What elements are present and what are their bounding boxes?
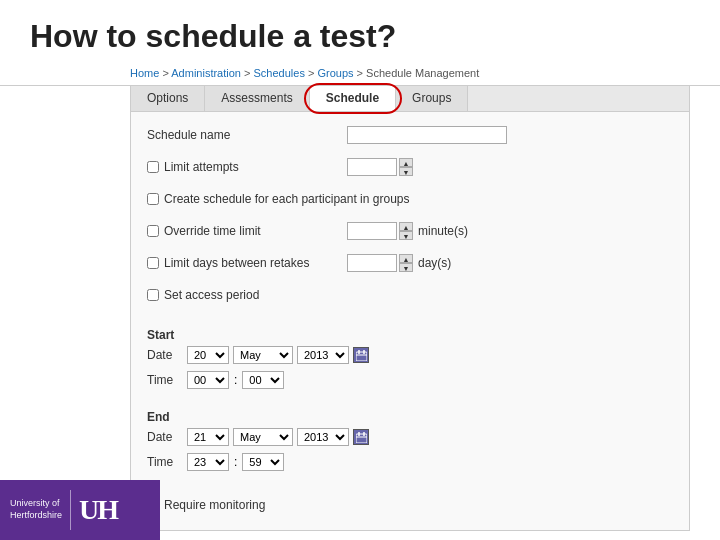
svg-rect-0 [356, 352, 367, 361]
tab-schedule[interactable]: Schedule [310, 86, 396, 111]
tab-options[interactable]: Options [131, 86, 205, 111]
schedule-name-input[interactable] [347, 126, 507, 144]
end-day-select[interactable]: 21 [187, 428, 229, 446]
page-title: How to schedule a test? [0, 0, 720, 63]
end-heading: End [147, 410, 673, 424]
limit-attempts-label: Limit attempts [147, 160, 347, 174]
start-time-label: Time [147, 373, 183, 387]
override-time-label: Override time limit [147, 224, 347, 238]
override-time-checkbox[interactable] [147, 225, 159, 237]
end-section: End Date 21 May 2013 [131, 410, 689, 488]
end-date-label: Date [147, 430, 183, 444]
logo-text-block: University of Hertfordshire [10, 498, 62, 521]
schedule-name-label: Schedule name [147, 128, 347, 142]
minutes-label: minute(s) [418, 224, 468, 238]
tabs-row: Options Assessments Schedule Groups [131, 86, 689, 112]
start-time-row: Time 00 : 00 [147, 371, 673, 389]
days-label: day(s) [418, 256, 451, 270]
end-time-colon: : [233, 455, 238, 469]
breadcrumb-groups[interactable]: Groups [317, 67, 353, 79]
start-minute-select[interactable]: 00 [242, 371, 284, 389]
set-access-row: Set access period [147, 284, 673, 306]
location-label: Hertfordshire [10, 510, 62, 522]
set-access-label: Set access period [147, 288, 347, 302]
start-date-row: Date 20 May 2013 [147, 346, 673, 364]
breadcrumb-current: Schedule Management [366, 67, 479, 79]
end-time-label: Time [147, 455, 183, 469]
override-time-row: Override time limit ▲ ▼ minute(s) [147, 220, 673, 242]
start-calendar-icon[interactable] [353, 347, 369, 363]
require-monitoring-label: Require monitoring [147, 498, 347, 512]
main-panel: Options Assessments Schedule Groups Sche… [130, 86, 690, 531]
logo-divider [70, 490, 71, 530]
limit-days-checkbox[interactable] [147, 257, 159, 269]
limit-attempts-up[interactable]: ▲ [399, 158, 413, 167]
limit-attempts-input[interactable] [347, 158, 397, 176]
logo-bar: University of Hertfordshire UH [0, 480, 160, 540]
start-month-select[interactable]: May [233, 346, 293, 364]
override-time-down[interactable]: ▼ [399, 231, 413, 240]
override-time-spinner: ▲ ▼ [399, 222, 413, 240]
form-section: Schedule name Limit attempts ▲ ▼ Create … [131, 112, 689, 328]
breadcrumb-home[interactable]: Home [130, 67, 159, 79]
university-label: University of [10, 498, 62, 510]
breadcrumb-schedules[interactable]: Schedules [254, 67, 305, 79]
schedule-name-row: Schedule name [147, 124, 673, 146]
require-monitoring-row: Require monitoring [131, 488, 689, 530]
start-section: Start Date 20 May 2013 [131, 328, 689, 406]
limit-days-input[interactable] [347, 254, 397, 272]
start-hour-select[interactable]: 00 [187, 371, 229, 389]
limit-attempts-spinner: ▲ ▼ [399, 158, 413, 176]
start-date-label: Date [147, 348, 183, 362]
start-day-select[interactable]: 20 [187, 346, 229, 364]
start-time-colon: : [233, 373, 238, 387]
logo-initials: UH [79, 494, 117, 526]
override-time-input[interactable] [347, 222, 397, 240]
create-schedule-row: Create schedule for each participant in … [147, 188, 673, 210]
end-hour-select[interactable]: 23 [187, 453, 229, 471]
limit-attempts-checkbox[interactable] [147, 161, 159, 173]
limit-days-spinner: ▲ ▼ [399, 254, 413, 272]
create-schedule-checkbox[interactable] [147, 193, 159, 205]
tab-groups[interactable]: Groups [396, 86, 468, 111]
limit-days-row: Limit days between retakes ▲ ▼ day(s) [147, 252, 673, 274]
start-year-select[interactable]: 2013 [297, 346, 349, 364]
breadcrumb-admin[interactable]: Administration [171, 67, 241, 79]
end-time-row: Time 23 : 59 [147, 453, 673, 471]
limit-attempts-row: Limit attempts ▲ ▼ [147, 156, 673, 178]
limit-days-label: Limit days between retakes [147, 256, 347, 270]
set-access-checkbox[interactable] [147, 289, 159, 301]
end-minute-select[interactable]: 59 [242, 453, 284, 471]
tab-assessments[interactable]: Assessments [205, 86, 309, 111]
limit-days-down[interactable]: ▼ [399, 263, 413, 272]
end-month-select[interactable]: May [233, 428, 293, 446]
svg-rect-4 [356, 434, 367, 443]
end-year-select[interactable]: 2013 [297, 428, 349, 446]
limit-days-up[interactable]: ▲ [399, 254, 413, 263]
end-calendar-icon[interactable] [353, 429, 369, 445]
create-schedule-label: Create schedule for each participant in … [147, 192, 409, 206]
end-date-row: Date 21 May 2013 [147, 428, 673, 446]
start-heading: Start [147, 328, 673, 342]
override-time-up[interactable]: ▲ [399, 222, 413, 231]
breadcrumb: Home > Administration > Schedules > Grou… [0, 63, 720, 86]
limit-attempts-down[interactable]: ▼ [399, 167, 413, 176]
